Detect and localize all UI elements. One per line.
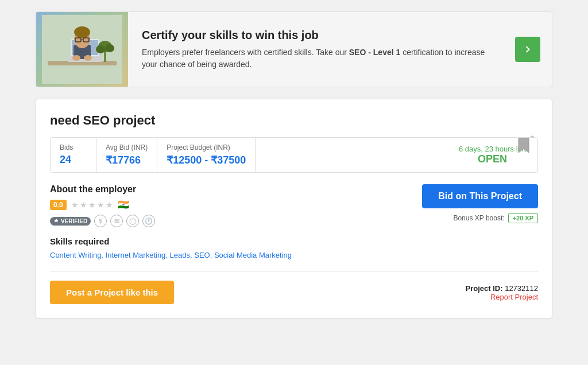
cert-arrow-button[interactable] (515, 37, 540, 62)
bookmark-plus-icon: + (531, 133, 534, 139)
verified-badge: VERIFIED (50, 217, 91, 226)
rating-badge: 0.0 (50, 200, 67, 210)
verified-badges: VERIFIED $ ✉ ◯ 🕐 (50, 215, 155, 227)
bids-label: Bids (60, 143, 87, 152)
budget-value: ₹12500 - ₹37500 (167, 154, 246, 166)
skills-links: Content Writing, Internet Marketing, Lea… (50, 251, 538, 259)
bid-on-project-button[interactable]: Bid on This Project (422, 184, 538, 208)
bottom-row: Post a Project like this Project ID: 127… (50, 281, 538, 304)
xp-boost: Bonus XP boost: +20 XP (453, 213, 538, 223)
svg-point-12 (84, 55, 92, 61)
skills-section: Skills required Content Writing, Interne… (50, 236, 538, 259)
email-icon: ✉ (110, 215, 123, 227)
svg-point-15 (96, 45, 105, 53)
cert-banner-content: Certify your skills to win this job Empl… (128, 17, 515, 82)
bids-value: 24 (60, 154, 87, 166)
star-3: ★ (88, 200, 96, 209)
budget-cell: Project Budget (INR) ₹12500 - ₹37500 (157, 138, 256, 172)
cert-banner-title: Certify your skills to win this job (142, 29, 501, 42)
status-section: + 6 days, 23 hours left OPEN (447, 138, 537, 172)
skills-label: Skills required (50, 236, 538, 246)
xp-badge: +20 XP (508, 213, 538, 223)
star-5: ★ (106, 200, 113, 209)
cert-banner-description: Employers prefer freelancers with certif… (142, 46, 501, 71)
project-meta: Project ID: 12732112 Report Project (466, 284, 538, 301)
stars: ★ ★ ★ ★ ★ (71, 200, 113, 209)
star-1: ★ (71, 200, 79, 209)
bids-bar: Bids 24 Avg Bid (INR) ₹17766 Project Bud… (50, 137, 538, 173)
svg-point-7 (74, 26, 90, 38)
divider (50, 271, 538, 271)
cert-banner: Certify your skills to win this job Empl… (36, 11, 552, 87)
project-title: need SEO project (50, 113, 538, 128)
bookmark-icon[interactable]: + (516, 137, 532, 158)
bids-cell: Bids 24 (51, 138, 96, 172)
avg-bid-cell: Avg Bid (INR) ₹17766 (96, 138, 157, 172)
rating-row: 0.0 ★ ★ ★ ★ ★ 🇮🇳 (50, 199, 155, 210)
cert-banner-image (36, 12, 128, 87)
phone-icon: ◯ (126, 215, 139, 227)
avg-bid-label: Avg Bid (INR) (106, 143, 148, 152)
page-wrapper: Certify your skills to win this job Empl… (36, 11, 552, 319)
project-section: need SEO project Bids 24 Avg Bid (INR) ₹… (36, 99, 552, 319)
country-flag: 🇮🇳 (118, 199, 129, 210)
employer-bid-row: About the employer 0.0 ★ ★ ★ ★ ★ 🇮🇳 (50, 184, 538, 227)
post-project-button[interactable]: Post a Project like this (50, 281, 174, 304)
time-icon: 🕐 (142, 215, 155, 227)
xp-boost-label: Bonus XP boost: (453, 214, 504, 222)
employer-section: About the employer 0.0 ★ ★ ★ ★ ★ 🇮🇳 (50, 184, 155, 227)
report-project-link[interactable]: Report Project (466, 293, 538, 301)
budget-label: Project Budget (INR) (167, 143, 246, 152)
employer-section-title: About the employer (50, 184, 155, 195)
avg-bid-value: ₹17766 (106, 154, 148, 166)
star-4: ★ (97, 200, 105, 209)
svg-point-16 (105, 44, 114, 52)
bid-right: Bid on This Project Bonus XP boost: +20 … (422, 184, 538, 223)
payment-icon: $ (94, 215, 107, 227)
star-2: ★ (80, 200, 87, 209)
svg-point-11 (72, 55, 80, 61)
skills-items[interactable]: Content Writing, Internet Marketing, Lea… (50, 251, 292, 259)
project-id: Project ID: 12732112 (466, 284, 538, 293)
